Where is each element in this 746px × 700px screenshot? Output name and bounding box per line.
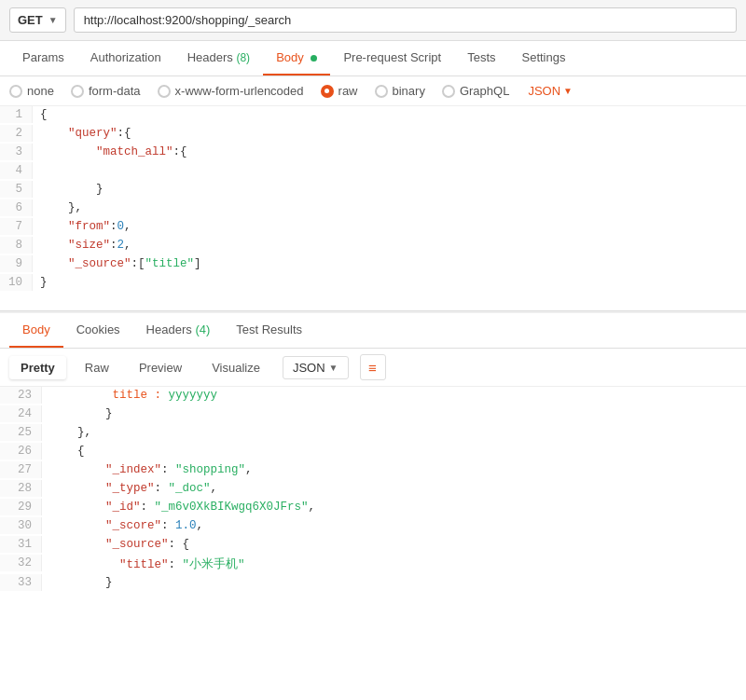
option-form-data[interactable]: form-data [71,84,141,98]
tab-headers[interactable]: Headers (8) [174,41,263,75]
option-urlencoded[interactable]: x-www-form-urlencoded [158,84,304,98]
resp-dropdown-arrow-icon: ▼ [329,363,338,373]
wrap-button[interactable]: ≡ [360,354,386,380]
url-bar: GET ▼ [0,0,746,41]
response-options-row: Pretty Raw Preview Visualize JSON ▼ ≡ [0,349,746,387]
resp-line-27: 27 "_index": "shopping", [0,461,746,480]
resp-line-26: 26 { [0,443,746,461]
tab-pre-request[interactable]: Pre-request Script [330,41,454,75]
resp-line-29: 29 "_id": "_m6v0XkBIKwgq6X0JFrs", [0,499,746,517]
radio-raw[interactable] [321,85,334,98]
request-tabs: Params Authorization Headers (8) Body Pr… [0,41,746,76]
req-line-2: 2 "query":{ [0,125,746,144]
resp-line-28: 28 "_type": "_doc", [0,480,746,499]
option-binary-label: binary [393,84,425,98]
resp-line-24: 24 } [0,405,746,424]
request-code-editor[interactable]: 1 { 2 "query":{ 3 "match_all":{ 4 5 } 6 … [0,106,746,311]
radio-form-data[interactable] [71,85,84,98]
resp-line-23: 23 title : yyyyyyy [0,387,746,405]
req-line-7: 7 "from":0, [0,218,746,237]
resp-line-33: 33 } [0,574,746,592]
json-format-label: JSON [528,84,560,98]
req-line-9: 9 "_source":["title"] [0,255,746,274]
headers-badge: (8) [236,51,250,64]
json-dropdown-arrow-icon: ▼ [563,86,573,96]
resp-btn-raw[interactable]: Raw [74,356,120,379]
option-raw-label: raw [338,84,358,98]
option-urlencoded-label: x-www-form-urlencoded [175,84,304,98]
req-line-4: 4 [0,162,746,181]
req-line-6: 6 }, [0,199,746,218]
option-none-label: none [27,84,54,98]
option-none[interactable]: none [9,84,54,98]
wrap-icon: ≡ [368,360,377,376]
resp-tab-test-results[interactable]: Test Results [223,313,315,348]
body-dot-indicator [311,55,317,62]
tab-body[interactable]: Body [263,41,330,75]
option-graphql[interactable]: GraphQL [442,84,509,98]
option-form-data-label: form-data [89,84,141,98]
radio-none[interactable] [9,85,22,98]
tab-settings[interactable]: Settings [509,41,579,75]
req-line-8: 8 "size":2, [0,237,746,255]
resp-btn-pretty[interactable]: Pretty [9,356,66,379]
resp-line-31: 31 "_source": { [0,536,746,555]
resp-line-32: 32 "title": "小米手机" [0,555,746,574]
body-options-row: none form-data x-www-form-urlencoded raw… [0,76,746,106]
resp-btn-preview[interactable]: Preview [128,356,193,379]
response-tabs: Body Cookies Headers (4) Test Results [0,311,746,349]
resp-line-25: 25 }, [0,424,746,443]
response-code-area: 23 title : yyyyyyy 24 } 25 }, 26 { 27 "_… [0,387,746,592]
radio-binary[interactable] [375,85,388,98]
req-line-10: 10 } [0,274,746,293]
resp-tab-headers[interactable]: Headers (4) [133,313,224,348]
tab-authorization[interactable]: Authorization [77,41,174,75]
req-line-1: 1 { [0,106,746,125]
req-line-5: 5 } [0,181,746,199]
resp-json-label: JSON [293,361,325,375]
resp-headers-badge: (4) [195,323,210,336]
resp-line-30: 30 "_score": 1.0, [0,517,746,536]
resp-json-dropdown[interactable]: JSON ▼ [283,356,349,379]
tab-tests[interactable]: Tests [454,41,508,75]
chevron-down-icon: ▼ [48,15,58,25]
option-raw[interactable]: raw [321,84,358,98]
radio-urlencoded[interactable] [158,85,171,98]
url-input[interactable] [74,7,737,33]
method-dropdown[interactable]: GET ▼ [9,7,66,33]
tab-params[interactable]: Params [9,41,77,75]
json-format-dropdown[interactable]: JSON ▼ [528,84,573,98]
radio-graphql[interactable] [442,85,455,98]
resp-tab-cookies[interactable]: Cookies [63,313,133,348]
resp-tab-body[interactable]: Body [9,313,63,348]
method-label: GET [18,13,43,27]
option-graphql-label: GraphQL [460,84,509,98]
option-binary[interactable]: binary [375,84,425,98]
resp-btn-visualize[interactable]: Visualize [200,356,271,379]
req-line-3: 3 "match_all":{ [0,144,746,162]
